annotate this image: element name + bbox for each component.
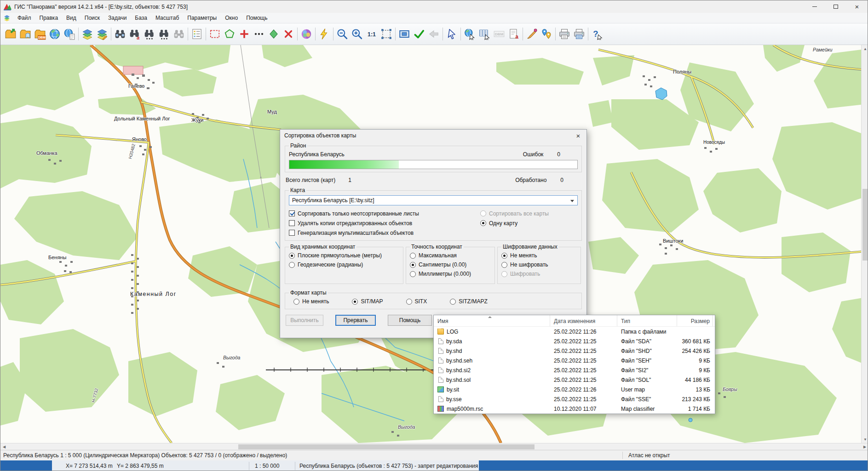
geolocation-icon[interactable] [539, 25, 554, 43]
file-name: by.sda [446, 338, 462, 345]
column-header-name[interactable]: Имя [434, 315, 550, 326]
radio-format-sitx[interactable] [406, 299, 412, 305]
radio-geodetic-coords[interactable] [289, 262, 295, 268]
zoom-out-icon[interactable] [335, 25, 350, 43]
radio-sort-all-maps[interactable] [480, 210, 486, 216]
object-list-icon[interactable] [190, 25, 204, 43]
column-header-size[interactable]: Размер [677, 315, 713, 326]
file-row[interactable]: by.sse 25.02.2022 11:25 Файл "SSE" 213 2… [434, 394, 715, 404]
vertical-scrollbar-thumb[interactable] [862, 189, 868, 261]
map-area[interactable]: ГаневоДольный Каменный ЛогЖукиЯновоОбман… [0, 45, 868, 443]
radio-format-keep[interactable] [293, 299, 299, 305]
menu-item[interactable]: Помощь [242, 13, 271, 23]
search-icon[interactable] [113, 25, 127, 43]
menu-item[interactable]: Задачи [104, 13, 131, 23]
menu-item[interactable]: Вид [62, 13, 80, 23]
print-map-icon[interactable] [572, 25, 586, 43]
scale-1-1-icon[interactable]: 1:1 [364, 25, 379, 43]
menu-item[interactable]: Правка [35, 13, 63, 23]
radio-precision-max[interactable] [410, 253, 416, 259]
object-attributes-icon[interactable] [477, 25, 492, 43]
radio-format-sitzmapz[interactable] [450, 299, 456, 305]
radio-encryption-off[interactable] [501, 262, 507, 268]
file-row[interactable]: by.sit 25.02.2022 11:26 User map 13 КБ [434, 385, 715, 394]
zoom-in-icon[interactable] [350, 25, 364, 43]
select-object-icon[interactable] [266, 25, 281, 43]
checkbox-delete-copies[interactable] [289, 220, 295, 226]
menu-item[interactable]: База [131, 13, 151, 23]
file-list-body: LOG 25.02.2022 11:26 Папка с файлами by.… [434, 327, 715, 414]
open-dbm-icon[interactable]: DBM [33, 25, 47, 43]
select-params-icon[interactable] [252, 25, 266, 43]
minimize-button[interactable] [804, 0, 825, 13]
maximize-button[interactable] [825, 0, 846, 13]
search-list-icon[interactable] [142, 25, 157, 43]
file-row[interactable]: by.shd 25.02.2022 11:25 Файл "SHD" 254 4… [434, 346, 715, 356]
palette-icon[interactable] [299, 25, 314, 43]
menu-item[interactable]: Масштаб [151, 13, 183, 23]
horizontal-scrollbar-thumb[interactable] [238, 444, 535, 449]
menu-item[interactable]: Поиск [80, 13, 104, 23]
horizontal-scrollbar[interactable]: ◀ ▶ [0, 443, 868, 450]
file-row[interactable]: LOG 25.02.2022 11:26 Папка с файлами [434, 327, 715, 336]
abort-button[interactable]: Прервать [335, 315, 376, 326]
object-select-map-icon[interactable] [462, 25, 477, 43]
menu-item[interactable]: Файл [13, 13, 35, 23]
apply-icon[interactable] [412, 25, 426, 43]
geoportal-icon[interactable] [62, 25, 77, 43]
radio-encryption-keep[interactable] [501, 253, 507, 259]
file-row[interactable]: by.shd.si2 25.02.2022 11:25 Файл "SI2" 9… [434, 365, 715, 375]
layer-edit-icon[interactable] [95, 25, 109, 43]
dialog-close-button[interactable]: × [570, 130, 586, 142]
close-button[interactable]: × [846, 0, 868, 13]
file-row[interactable]: by.sda 25.02.2022 11:25 Файл "SDA" 360 6… [434, 336, 715, 346]
map-editor-icon[interactable] [524, 25, 539, 43]
checkbox-generalization[interactable] [289, 230, 295, 236]
radio-precision-mm[interactable] [410, 271, 416, 277]
file-row[interactable]: map5000m.rsc 10.12.2020 11:07 Map classi… [434, 404, 715, 414]
checkbox-sort-unsorted-only[interactable] [289, 210, 295, 216]
help-button[interactable]: Помощь [388, 315, 432, 326]
vertical-scrollbar[interactable]: ▲ ▼ [861, 45, 868, 443]
map-select[interactable]: Республика Беларусь [E:\by.sitz] [289, 195, 578, 205]
column-header-type[interactable]: Тип [617, 315, 677, 326]
undo-view-icon[interactable] [426, 25, 441, 43]
scroll-down-icon[interactable]: ▼ [862, 436, 868, 443]
select-frame-icon[interactable] [207, 25, 222, 43]
file-row[interactable]: by.shd.sol 25.02.2022 11:25 Файл "SOL" 4… [434, 375, 715, 385]
help-icon[interactable]: ? [590, 25, 604, 43]
menu-item[interactable]: Окно [221, 13, 242, 23]
pointer-icon[interactable] [444, 25, 459, 43]
menu-item[interactable]: Параметры [183, 13, 221, 23]
object-passport-icon[interactable]: a [506, 25, 521, 43]
file-icon [437, 386, 444, 392]
execute-button[interactable]: Выполнить [286, 315, 323, 326]
format-group: Формат карты Не менять SIT/MAP SITX SITZ… [285, 289, 582, 309]
radio-format-sitmap[interactable] [352, 299, 358, 305]
select-reset-icon[interactable] [281, 25, 296, 43]
radio-plane-coords[interactable] [289, 253, 295, 259]
scroll-up-icon[interactable]: ▲ [862, 45, 868, 52]
scroll-right-icon[interactable]: ▶ [861, 443, 868, 450]
search-sample-icon[interactable] [157, 25, 172, 43]
search-name-icon[interactable]: a [127, 25, 142, 43]
open-map-icon[interactable] [3, 25, 18, 43]
zoom-area-icon[interactable] [379, 25, 394, 43]
dialog-title-bar[interactable]: Сортировка объектов карты × [280, 130, 586, 142]
radio-one-map[interactable] [480, 220, 486, 226]
dbm-table-icon[interactable]: DBM [492, 25, 506, 43]
internet-map-icon[interactable] [47, 25, 62, 43]
open-data-icon[interactable] [18, 25, 33, 43]
redraw-icon[interactable] [317, 25, 332, 43]
search-disabled-icon[interactable] [172, 25, 186, 43]
radio-precision-cm[interactable] [410, 262, 416, 268]
file-row[interactable]: by.shd.seh 25.02.2022 11:25 Файл "SEH" 9… [434, 356, 715, 365]
pan-view-icon[interactable] [397, 25, 412, 43]
select-add-icon[interactable] [237, 25, 252, 43]
radio-encryption-on[interactable] [501, 271, 507, 277]
layer-list-icon[interactable] [80, 25, 95, 43]
scroll-left-icon[interactable]: ◀ [0, 443, 8, 450]
select-contour-icon[interactable] [222, 25, 237, 43]
print-icon[interactable] [557, 25, 572, 43]
column-header-date[interactable]: Дата изменения [550, 315, 617, 326]
